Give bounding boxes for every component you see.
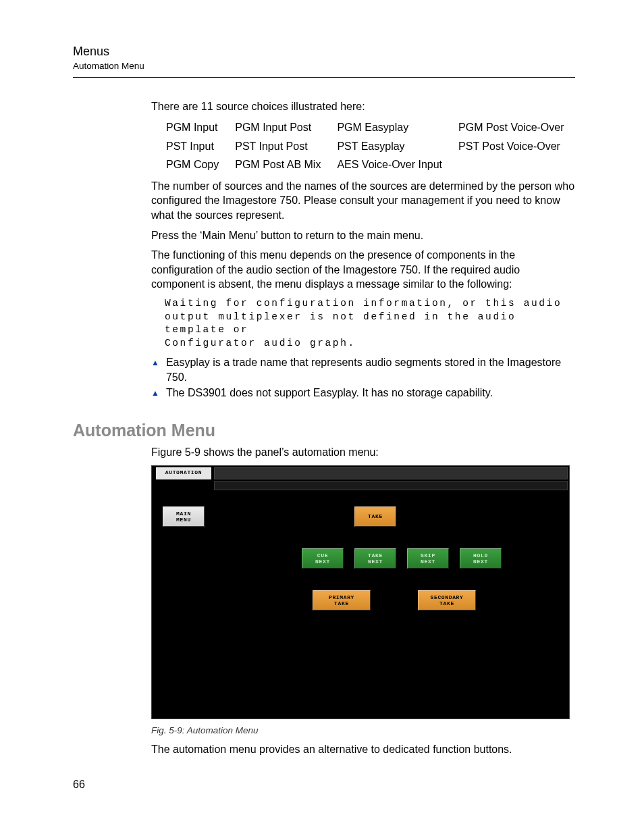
note-item: ▲ Easyplay is a trade name that represen… [151, 355, 575, 384]
code-line: output multiplexer is not defined in the… [165, 311, 575, 337]
header-chapter: Menus [73, 43, 575, 59]
automation-panel: AUTOMATION MAIN MENU TAKE CUE NEXT TAKE … [151, 465, 570, 719]
triangle-bullet-icon: ▲ [151, 386, 159, 400]
source-cell: PST Input [166, 138, 234, 155]
source-cell: PST Input Post [235, 138, 336, 155]
code-block: Waiting for configuration information, o… [165, 297, 575, 350]
source-cell: PGM Post Voice-Over [458, 119, 579, 136]
table-row: PST Input PST Input Post PST Easyplay PS… [166, 138, 579, 155]
code-line: Configurator audio graph. [165, 337, 575, 350]
figure-caption: Fig. 5-9: Automation Menu [151, 725, 575, 737]
panel-sub-strip [214, 481, 568, 490]
paragraph: The number of sources and the names of t… [151, 179, 575, 223]
paragraph: The automation menu provides an alternat… [151, 742, 575, 757]
table-row: PGM Input PGM Input Post PGM Easyplay PG… [166, 119, 579, 136]
source-cell: PST Post Voice-Over [458, 138, 579, 155]
source-cell: PGM Post AB Mix [235, 156, 336, 174]
paragraph: Press the ‘Main Menu’ button to return t… [151, 228, 575, 243]
take-button[interactable]: TAKE [354, 506, 396, 527]
source-cell: PGM Input [166, 119, 234, 136]
page-header: Menus Automation Menu [73, 43, 575, 78]
page-number: 66 [73, 777, 85, 792]
take-next-button[interactable]: TAKE NEXT [354, 548, 396, 569]
table-row: PGM Copy PGM Post AB Mix AES Voice-Over … [166, 156, 579, 174]
code-line: Waiting for configuration information, o… [165, 297, 575, 311]
figure: AUTOMATION MAIN MENU TAKE CUE NEXT TAKE … [151, 465, 575, 737]
triangle-bullet-icon: ▲ [151, 355, 159, 370]
secondary-take-button[interactable]: SECONDARY TAKE [418, 590, 476, 610]
section-heading: Automation Menu [73, 419, 575, 442]
panel-tab-automation[interactable]: AUTOMATION [156, 467, 211, 479]
source-choices-table: PGM Input PGM Input Post PGM Easyplay PG… [165, 118, 581, 175]
source-cell [458, 156, 579, 174]
source-cell: AES Voice-Over Input [337, 156, 457, 174]
skip-next-button[interactable]: SKIP NEXT [407, 548, 449, 569]
paragraph: Figure 5-9 shows the panel’s automation … [151, 445, 575, 460]
note-text: The DS3901 does not support Easyplay. It… [166, 386, 493, 400]
paragraph: The functioning of this menu depends on … [151, 248, 575, 292]
source-cell: PGM Input Post [235, 119, 336, 136]
panel-title-strip [214, 467, 568, 479]
note-text: Easyplay is a trade name that represents… [166, 355, 575, 384]
source-cell: PGM Copy [166, 156, 234, 174]
header-section: Automation Menu [73, 60, 575, 72]
header-rule [73, 77, 575, 78]
source-cell: PST Easyplay [337, 138, 457, 155]
note-item: ▲ The DS3901 does not support Easyplay. … [151, 386, 575, 400]
paragraph: There are 11 source choices illustrated … [151, 99, 575, 114]
primary-take-button[interactable]: PRIMARY TAKE [313, 590, 371, 610]
source-cell: PGM Easyplay [337, 119, 457, 136]
hold-next-button[interactable]: HOLD NEXT [460, 548, 502, 569]
cue-next-button[interactable]: CUE NEXT [302, 548, 344, 569]
main-menu-button[interactable]: MAIN MENU [163, 506, 205, 527]
body-content: There are 11 source choices illustrated … [151, 99, 575, 757]
